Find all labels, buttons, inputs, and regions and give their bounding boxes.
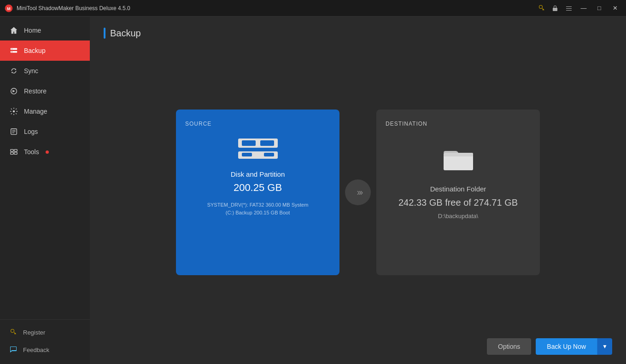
destination-label: DESTINATION bbox=[386, 121, 427, 127]
minimize-button[interactable]: — bbox=[577, 2, 590, 15]
svg-rect-24 bbox=[444, 153, 473, 156]
backup-now-group: Back Up Now ▼ bbox=[536, 338, 612, 355]
title-bar-controls: — □ ✕ bbox=[536, 2, 621, 15]
backup-dropdown-button[interactable]: ▼ bbox=[597, 338, 612, 355]
manage-icon bbox=[9, 107, 18, 116]
register-label: Register bbox=[23, 329, 45, 336]
menu-icon[interactable] bbox=[563, 3, 574, 14]
home-icon bbox=[9, 26, 18, 35]
svg-text:M: M bbox=[7, 6, 11, 11]
feedback-label: Feedback bbox=[23, 347, 49, 353]
svg-rect-20 bbox=[242, 153, 252, 156]
sidebar-label-backup: Backup bbox=[24, 47, 46, 54]
lock-icon[interactable] bbox=[550, 3, 561, 14]
app-logo: M bbox=[5, 4, 13, 12]
tools-notification-dot bbox=[46, 150, 49, 154]
sidebar-bottom: Register Feedback bbox=[0, 319, 90, 364]
destination-card[interactable]: DESTINATION Destination Folder 242.33 bbox=[376, 110, 540, 275]
source-label: SOURCE bbox=[185, 121, 211, 127]
sidebar-label-logs: Logs bbox=[24, 128, 38, 135]
tools-icon bbox=[9, 147, 18, 156]
svg-rect-12 bbox=[11, 150, 13, 152]
sidebar-item-tools[interactable]: Tools bbox=[0, 142, 90, 162]
sidebar-label-home: Home bbox=[24, 27, 41, 34]
destination-type: Destination Folder bbox=[430, 185, 486, 193]
sidebar-item-register[interactable]: Register bbox=[0, 324, 90, 341]
app-body: Home Backup Sync Restore bbox=[0, 17, 626, 364]
sync-icon bbox=[9, 66, 18, 75]
svg-rect-15 bbox=[14, 152, 17, 155]
source-details: SYSTEM_DRV(*): FAT32 360.00 MB System (C… bbox=[207, 201, 309, 217]
page-title: Backup bbox=[110, 28, 141, 39]
sidebar-label-restore: Restore bbox=[24, 87, 47, 95]
backup-icon bbox=[9, 46, 18, 55]
svg-rect-13 bbox=[14, 150, 17, 152]
sidebar-nav: Home Backup Sync Restore bbox=[0, 17, 90, 319]
destination-free-space: 242.33 GB free of 274.71 GB bbox=[398, 197, 518, 208]
arrow-area: ››› bbox=[339, 179, 376, 205]
svg-rect-4 bbox=[12, 49, 13, 49]
close-button[interactable]: ✕ bbox=[608, 2, 621, 15]
sidebar-item-feedback[interactable]: Feedback bbox=[0, 341, 90, 358]
header-accent bbox=[104, 28, 105, 39]
sidebar-item-sync[interactable]: Sync bbox=[0, 61, 90, 81]
sidebar-label-sync: Sync bbox=[24, 67, 38, 75]
source-card[interactable]: SOURCE Disk and Partition bbox=[176, 110, 339, 275]
page-header: Backup bbox=[104, 28, 612, 39]
svg-rect-5 bbox=[12, 52, 13, 52]
options-button[interactable]: Options bbox=[487, 338, 531, 355]
sidebar-item-home[interactable]: Home bbox=[0, 20, 90, 40]
folder-icon bbox=[442, 145, 475, 174]
sidebar-label-manage: Manage bbox=[24, 108, 47, 115]
svg-rect-17 bbox=[242, 140, 256, 146]
maximize-button[interactable]: □ bbox=[593, 2, 606, 15]
disk-icon bbox=[237, 138, 279, 159]
feedback-icon bbox=[9, 346, 18, 354]
svg-point-7 bbox=[13, 110, 15, 113]
svg-rect-23 bbox=[444, 155, 473, 170]
source-type: Disk and Partition bbox=[231, 170, 285, 178]
sidebar: Home Backup Sync Restore bbox=[0, 17, 90, 364]
app-title: MiniTool ShadowMaker Business Deluxe 4.5… bbox=[17, 5, 536, 12]
restore-icon bbox=[9, 87, 18, 96]
arrow-icon: ››› bbox=[345, 179, 371, 205]
destination-path: D:\backupdata\ bbox=[438, 213, 478, 220]
backup-now-button[interactable]: Back Up Now bbox=[536, 338, 597, 355]
logs-icon bbox=[9, 127, 18, 136]
title-bar: M MiniTool ShadowMaker Business Deluxe 4… bbox=[0, 0, 626, 17]
sidebar-item-backup[interactable]: Backup bbox=[0, 40, 90, 61]
sidebar-label-tools: Tools bbox=[24, 148, 39, 156]
footer: Options Back Up Now ▼ bbox=[104, 333, 612, 355]
key-small-icon bbox=[9, 328, 18, 336]
main-content: Backup SOURCE bbox=[90, 17, 626, 364]
backup-area: SOURCE Disk and Partition bbox=[104, 52, 612, 333]
sidebar-item-manage[interactable]: Manage bbox=[0, 101, 90, 121]
sidebar-item-logs[interactable]: Logs bbox=[0, 121, 90, 142]
sidebar-item-restore[interactable]: Restore bbox=[0, 81, 90, 101]
svg-rect-18 bbox=[260, 140, 274, 146]
svg-rect-21 bbox=[264, 153, 274, 156]
key-icon[interactable] bbox=[536, 3, 547, 14]
source-size: 200.25 GB bbox=[234, 182, 282, 194]
svg-rect-14 bbox=[11, 152, 13, 155]
